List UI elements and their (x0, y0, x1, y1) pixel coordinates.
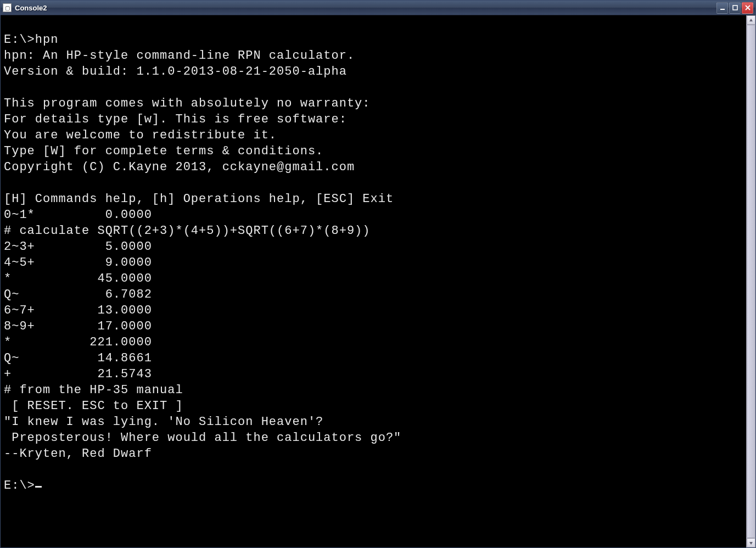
app-icon: ▢ (3, 3, 12, 12)
vertical-scrollbar[interactable] (746, 15, 755, 547)
scroll-track[interactable] (747, 25, 755, 538)
close-button[interactable] (742, 2, 753, 14)
maximize-button[interactable] (729, 2, 741, 14)
terminal-output[interactable]: E:\>hpn hpn: An HP-style command-line RP… (1, 15, 746, 547)
minimize-button[interactable] (716, 2, 728, 14)
scroll-thumb[interactable] (747, 25, 755, 538)
svg-rect-0 (720, 9, 725, 10)
scroll-down-button[interactable] (747, 538, 755, 547)
cursor (35, 486, 42, 488)
application-window: ▢ Console2 E:\>hpn hpn: An HP-style comm… (0, 0, 756, 548)
window-title: Console2 (15, 4, 716, 12)
svg-rect-1 (733, 5, 737, 10)
window-controls (716, 2, 753, 14)
content-area: E:\>hpn hpn: An HP-style command-line RP… (1, 15, 755, 547)
scroll-up-button[interactable] (747, 15, 755, 25)
titlebar[interactable]: ▢ Console2 (1, 1, 755, 15)
